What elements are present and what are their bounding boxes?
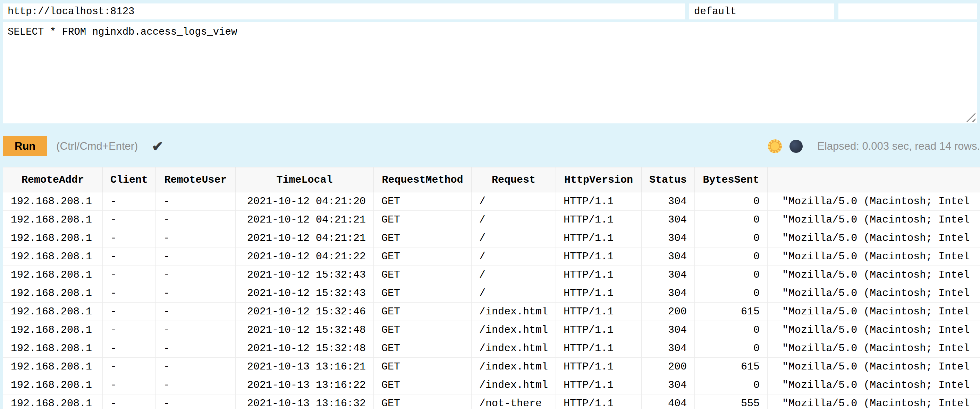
success-check-icon: ✔ [152,138,164,154]
table-cell: - [103,247,156,266]
query-editor: SELECT * FROM nginxdb.access_logs_view [3,22,977,124]
column-header: TimeLocal [235,167,374,192]
query-textarea[interactable]: SELECT * FROM nginxdb.access_logs_view [3,22,977,124]
table-cell: 2021-10-12 15:32:46 [235,303,374,321]
table-cell: "Mozilla/5.0 (Macintosh; Intel [768,229,980,247]
table-cell: - [103,376,156,395]
table-row: 192.168.208.1--2021-10-12 04:21:21GET/HT… [3,211,980,229]
table-row: 192.168.208.1--2021-10-12 15:32:48GET/in… [3,321,980,339]
table-cell: 555 [695,395,768,409]
table-cell: 192.168.208.1 [3,247,103,266]
table-cell: - [156,339,235,358]
table-row: 192.168.208.1--2021-10-13 13:16:32GET/no… [3,395,980,409]
table-cell: HTTP/1.1 [556,266,642,284]
table-cell: - [103,192,156,211]
dark-theme-icon[interactable] [789,140,803,153]
table-cell: - [103,229,156,247]
table-cell: /index.html [472,358,556,376]
table-cell: GET [374,358,472,376]
server-url-input[interactable] [3,3,685,19]
table-cell: / [472,284,556,303]
table-row: 192.168.208.1--2021-10-12 15:32:43GET/HT… [3,284,980,303]
table-cell: - [103,321,156,339]
table-cell: 304 [642,284,695,303]
table-cell: 2021-10-12 04:21:21 [235,229,374,247]
table-cell: 2021-10-13 13:16:32 [235,395,374,409]
table-cell: 200 [642,303,695,321]
table-cell: - [103,303,156,321]
table-cell: GET [374,229,472,247]
table-cell: GET [374,376,472,395]
table-cell: - [156,229,235,247]
column-header: Client [103,167,156,192]
table-row: 192.168.208.1--2021-10-12 15:32:43GET/HT… [3,266,980,284]
table-cell: - [156,376,235,395]
table-cell: 192.168.208.1 [3,284,103,303]
table-cell: 615 [695,303,768,321]
table-cell: GET [374,339,472,358]
table-cell: 2021-10-12 04:21:22 [235,247,374,266]
table-cell: /not-there [472,395,556,409]
column-header: BytesSent [695,167,768,192]
table-cell: - [156,395,235,409]
table-cell: HTTP/1.1 [556,395,642,409]
table-cell: GET [374,247,472,266]
table-cell: 304 [642,339,695,358]
column-header: RequestMethod [374,167,472,192]
table-cell: 192.168.208.1 [3,321,103,339]
table-cell: HTTP/1.1 [556,339,642,358]
run-button[interactable]: Run [3,136,47,156]
light-theme-icon[interactable] [768,140,782,153]
table-cell: "Mozilla/5.0 (Macintosh; Intel [768,284,980,303]
table-cell: / [472,192,556,211]
table-cell: 192.168.208.1 [3,211,103,229]
table-cell: "Mozilla/5.0 (Macintosh; Intel [768,192,980,211]
table-cell: GET [374,192,472,211]
table-cell: 2021-10-12 15:32:43 [235,284,374,303]
table-cell: GET [374,303,472,321]
table-cell: "Mozilla/5.0 (Macintosh; Intel [768,358,980,376]
table-cell: 304 [642,266,695,284]
user-input[interactable] [689,3,834,19]
table-cell: 0 [695,247,768,266]
table-cell: - [103,358,156,376]
table-row: 192.168.208.1--2021-10-13 13:16:22GET/in… [3,376,980,395]
table-cell: 200 [642,358,695,376]
table-cell: 0 [695,266,768,284]
table-cell: GET [374,321,472,339]
table-cell: "Mozilla/5.0 (Macintosh; Intel [768,339,980,358]
table-cell: "Mozilla/5.0 (Macintosh; Intel [768,321,980,339]
table-cell: - [156,247,235,266]
table-cell: HTTP/1.1 [556,247,642,266]
table-cell: - [156,321,235,339]
password-input[interactable] [838,3,977,19]
table-cell: / [472,266,556,284]
table-cell: 0 [695,211,768,229]
table-cell: 304 [642,247,695,266]
table-cell: "Mozilla/5.0 (Macintosh; Intel [768,211,980,229]
table-cell: "Mozilla/5.0 (Macintosh; Intel [768,303,980,321]
table-cell: 304 [642,211,695,229]
table-cell: 2021-10-13 13:16:21 [235,358,374,376]
column-header: HttpVersion [556,167,642,192]
table-cell: 2021-10-12 04:21:20 [235,192,374,211]
table-cell: GET [374,284,472,303]
table-cell: HTTP/1.1 [556,211,642,229]
table-cell: 192.168.208.1 [3,376,103,395]
table-cell: "Mozilla/5.0 (Macintosh; Intel [768,247,980,266]
query-stats: Elapsed: 0.003 sec, read 14 rows. [817,140,980,152]
toolbar: Run (Ctrl/Cmd+Enter) ✔ Elapsed: 0.003 se… [0,136,980,157]
table-cell: "Mozilla/5.0 (Macintosh; Intel [768,376,980,395]
table-cell: 192.168.208.1 [3,358,103,376]
table-cell: 615 [695,358,768,376]
table-cell: HTTP/1.1 [556,321,642,339]
table-cell: / [472,211,556,229]
table-row: 192.168.208.1--2021-10-12 04:21:21GET/HT… [3,229,980,247]
table-cell: 2021-10-12 15:32:48 [235,339,374,358]
table-cell: 2021-10-13 13:16:22 [235,376,374,395]
table-cell: HTTP/1.1 [556,358,642,376]
table-cell: /index.html [472,321,556,339]
table-cell: 192.168.208.1 [3,266,103,284]
table-cell: 0 [695,192,768,211]
table-cell: - [156,303,235,321]
